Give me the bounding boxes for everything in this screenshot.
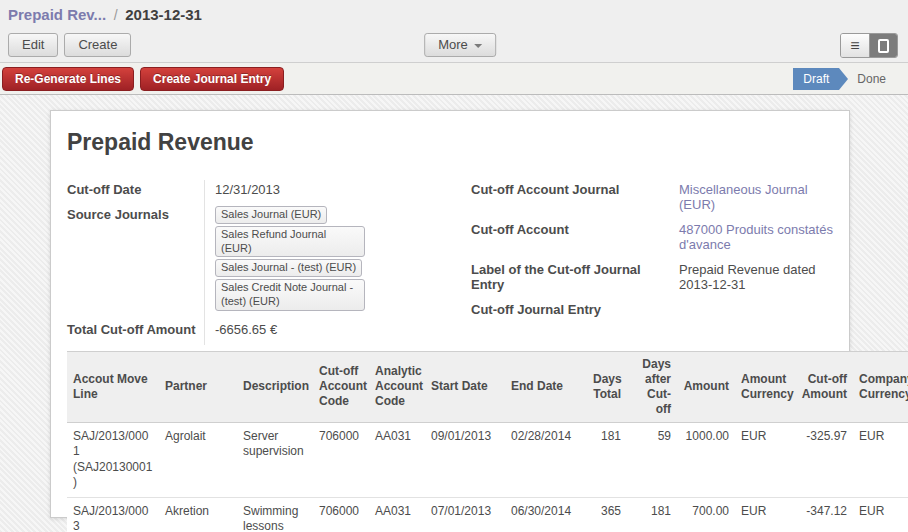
view-switcher: ≡ xyxy=(840,33,898,58)
table-header-row: Accout Move LinePartnerDescriptionCut-of… xyxy=(67,351,908,422)
table-cell: 365 xyxy=(587,497,627,532)
table-cell: Swimming lessons xyxy=(237,497,313,532)
caret-down-icon xyxy=(474,44,482,48)
table-cell: 700.00 xyxy=(677,497,735,532)
edit-button[interactable]: Edit xyxy=(8,33,58,57)
table-cell: 706000 xyxy=(313,497,369,532)
column-header[interactable]: Start Date xyxy=(425,351,505,422)
journal-tag: Sales Credit Note Journal - (test) (EUR) xyxy=(215,279,365,311)
table-cell: 09/01/2013 xyxy=(425,422,505,497)
journal-tag: Sales Journal (EUR) xyxy=(215,206,327,224)
statusbar: DraftDone xyxy=(793,68,898,90)
cutoff-lines-table: Accout Move LinePartnerDescriptionCut-of… xyxy=(67,351,908,532)
table-cell: -325.97 xyxy=(793,422,853,497)
entry-label-value: Prepaid Revenue dated 2013-12-31 xyxy=(669,260,833,300)
more-button-label: More xyxy=(438,37,468,52)
column-header[interactable]: Cut-off Amount xyxy=(793,351,853,422)
column-header[interactable]: Company Currency xyxy=(853,351,908,422)
source-journals-label: Source Journals xyxy=(67,205,205,320)
journal-tag: Sales Refund Journal (EUR) xyxy=(215,226,365,258)
table-cell: SAJ/2013/0003 (SAJ20130003) xyxy=(67,497,159,532)
total-cutoff-value: -6656.65 € xyxy=(205,320,459,345)
table-cell: 02/28/2014 xyxy=(505,422,587,497)
list-view-button[interactable]: ≡ xyxy=(841,34,869,57)
form-sheet: Prepaid Revenue Cut-off Date 12/31/2013 … xyxy=(50,110,850,518)
table-cell: 07/01/2013 xyxy=(425,497,505,532)
form-group-left: Cut-off Date 12/31/2013 Source Journals … xyxy=(67,180,459,345)
table-cell: Agrolait xyxy=(159,422,237,497)
form-view-icon xyxy=(878,39,889,53)
regenerate-lines-button[interactable]: Re-Generate Lines xyxy=(2,67,134,91)
table-cell: Akretion xyxy=(159,497,237,532)
form-view-button[interactable] xyxy=(869,34,897,57)
column-header[interactable]: Days Total xyxy=(587,351,627,422)
table-cell: SAJ/2013/0001 (SAJ20130001) xyxy=(67,422,159,497)
table-cell: 06/30/2014 xyxy=(505,497,587,532)
table-cell: EUR xyxy=(853,497,908,532)
cutoff-journal-entry-value xyxy=(669,300,833,325)
form-groups: Cut-off Date 12/31/2013 Source Journals … xyxy=(67,180,833,345)
total-cutoff-label: Total Cut-off Amount xyxy=(67,320,205,345)
table-row[interactable]: SAJ/2013/0003 (SAJ20130003)AkretionSwimm… xyxy=(67,497,908,532)
cutoff-account-value[interactable]: 487000 Produits constatés d'avance xyxy=(669,220,833,260)
table-cell: 181 xyxy=(627,497,677,532)
action-bar: Re-Generate Lines Create Journal Entry D… xyxy=(0,62,908,95)
entry-label-label: Label of the Cut-off Journal Entry xyxy=(471,260,669,300)
table-cell: 59 xyxy=(627,422,677,497)
breadcrumb: Prepaid Rev... / 2013-12-31 xyxy=(0,0,908,28)
create-journal-entry-button[interactable]: Create Journal Entry xyxy=(140,67,284,91)
column-header[interactable]: Description xyxy=(237,351,313,422)
cutoff-account-label: Cut-off Account xyxy=(471,220,669,260)
journal-tag: Sales Journal - (test) (EUR) xyxy=(215,259,362,277)
table-cell: Server supervision xyxy=(237,422,313,497)
table-cell: EUR xyxy=(735,422,793,497)
cutoff-date-label: Cut-off Date xyxy=(67,180,205,205)
column-header[interactable]: Amount xyxy=(677,351,735,422)
list-view-icon: ≡ xyxy=(850,38,859,54)
breadcrumb-separator: / xyxy=(114,7,118,23)
source-journal-tags: Sales Journal (EUR)Sales Refund Journal … xyxy=(215,205,459,312)
column-header[interactable]: End Date xyxy=(505,351,587,422)
table-cell: 1000.00 xyxy=(677,422,735,497)
cutoff-journal-entry-label: Cut-off Journal Entry xyxy=(471,300,669,325)
column-header[interactable]: Cut-off Account Code xyxy=(313,351,369,422)
column-header[interactable]: Amount Currency xyxy=(735,351,793,422)
table-cell: -347.12 xyxy=(793,497,853,532)
toolbar: Edit Create More ≡ xyxy=(0,28,908,62)
breadcrumb-current: 2013-12-31 xyxy=(125,6,202,23)
cutoff-date-value: 12/31/2013 xyxy=(205,180,459,205)
column-header[interactable]: Partner xyxy=(159,351,237,422)
create-button[interactable]: Create xyxy=(64,33,131,57)
page-title: Prepaid Revenue xyxy=(67,129,833,156)
status-state-draft: Draft xyxy=(793,68,839,90)
cutoff-lines-list: Accout Move LinePartnerDescriptionCut-of… xyxy=(67,351,833,532)
breadcrumb-parent-link[interactable]: Prepaid Rev... xyxy=(8,6,106,23)
content-area: Prepaid Revenue Cut-off Date 12/31/2013 … xyxy=(0,95,908,532)
table-body: SAJ/2013/0001 (SAJ20130001)AgrolaitServe… xyxy=(67,422,908,532)
cutoff-journal-value[interactable]: Miscellaneous Journal (EUR) xyxy=(669,180,833,220)
table-cell: 181 xyxy=(587,422,627,497)
table-cell: 706000 xyxy=(313,422,369,497)
table-row[interactable]: SAJ/2013/0001 (SAJ20130001)AgrolaitServe… xyxy=(67,422,908,497)
table-cell: EUR xyxy=(853,422,908,497)
table-cell: AA031 xyxy=(369,422,425,497)
table-cell: AA031 xyxy=(369,497,425,532)
column-header[interactable]: Days after Cut-off xyxy=(627,351,677,422)
more-button[interactable]: More xyxy=(424,33,496,57)
form-group-right: Cut-off Account Journal Miscellaneous Jo… xyxy=(471,180,833,345)
column-header[interactable]: Accout Move Line xyxy=(67,351,159,422)
table-cell: EUR xyxy=(735,497,793,532)
cutoff-journal-label: Cut-off Account Journal xyxy=(471,180,669,220)
column-header[interactable]: Analytic Account Code xyxy=(369,351,425,422)
